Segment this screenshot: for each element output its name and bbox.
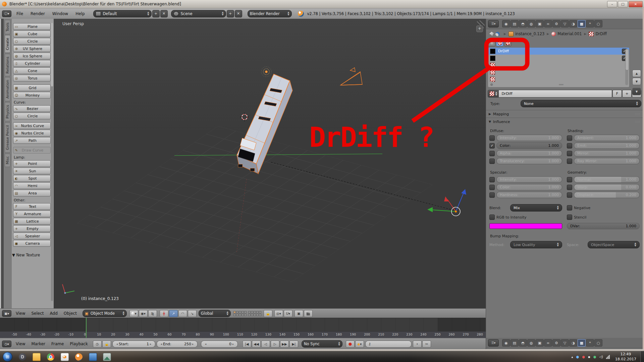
show-desktop-button[interactable] (640, 351, 644, 362)
tab-material[interactable]: ◑ (569, 20, 577, 27)
image-viewer-icon[interactable] (100, 352, 114, 362)
add-camera-button[interactable]: ◼Camera (13, 240, 51, 247)
jump-to-end-button[interactable]: ▶| (289, 341, 298, 348)
delete-scene-button[interactable]: ✕ (235, 10, 242, 17)
layers-widget[interactable] (233, 311, 263, 316)
timeline-playhead[interactable] (86, 318, 87, 338)
add-text-button[interactable]: FText (13, 203, 51, 210)
influence-checkbox[interactable] (489, 159, 495, 164)
other-texture-context[interactable] (504, 40, 512, 46)
add-area-button[interactable]: ▤Area (13, 190, 51, 196)
slot-list-scrollbar[interactable] (625, 49, 628, 85)
frame-end-field[interactable]: ◂End: 250▸ (157, 341, 198, 348)
add-circle-button[interactable]: ○Circle (13, 38, 51, 45)
layer-cell[interactable] (248, 311, 251, 313)
add-cube-button[interactable]: ▣Cube (13, 31, 51, 37)
layer-cell[interactable] (241, 314, 244, 316)
viewport-menu-select[interactable]: Select (28, 311, 47, 316)
influence-slider[interactable]: Emit:1.000 (574, 142, 640, 149)
influence-slider[interactable]: Color:1.000 (496, 184, 562, 190)
timeline-editor-type-icon[interactable]: ◷▾ (2, 341, 11, 347)
texture-slot-row[interactable]: DrDiff✓ (488, 48, 629, 55)
mode-select[interactable]: ▣ Object Mode▲▼ (83, 310, 127, 317)
add-ico-sphere-button[interactable]: ◍Ico Sphere (13, 53, 51, 59)
texture-slot-empty[interactable] (488, 62, 629, 69)
record-icon[interactable]: ● (346, 341, 355, 348)
influence-checkbox[interactable] (489, 177, 495, 182)
add-speaker-button[interactable]: ◁Speaker (13, 233, 51, 239)
world-texture-context[interactable] (488, 40, 495, 46)
breadcrumb-object[interactable]: instance_0.123 (515, 32, 544, 36)
manipulator-rotate-icon[interactable]: ◠ (178, 310, 187, 317)
add-hemi-button[interactable]: ◠Hemi (13, 182, 51, 189)
layer-cell[interactable] (256, 311, 259, 313)
explorer-icon[interactable] (30, 352, 43, 362)
shelf-tab-grease-pencil[interactable]: Grease Pencil (5, 122, 10, 153)
shelf-tab-create[interactable]: Create (5, 35, 10, 53)
influence-checkbox[interactable] (567, 135, 572, 141)
tab-particles[interactable]: * (586, 339, 594, 347)
viewport-shading-select[interactable]: ▾ (129, 310, 138, 317)
tool-shelf-scrollbar[interactable] (51, 23, 53, 301)
keying-set-select[interactable]: ◆▾ (355, 341, 364, 348)
screen-layout-select[interactable]: Default▲▼ (93, 10, 152, 17)
shelf-tab-relations[interactable]: Relations (5, 54, 10, 76)
lamp-object[interactable] (261, 67, 271, 77)
maximize-button[interactable]: □ (618, 1, 628, 7)
tab-render[interactable]: ◉ (502, 339, 510, 347)
move-slot-down-button[interactable]: ▼ (632, 78, 641, 85)
properties-editor-type-icon-bottom[interactable]: ☰▾ (488, 339, 499, 347)
3d-viewport[interactable]: User Persp (0) instance_0.123 + (54, 19, 486, 308)
play-reverse-button[interactable]: ◁ (261, 341, 270, 348)
influence-checkbox[interactable] (489, 135, 495, 141)
tab-object[interactable]: ▣ (536, 339, 544, 347)
slot-specials-menu[interactable]: ▼ (632, 88, 641, 95)
delete-layout-button[interactable]: ✕ (160, 10, 168, 17)
tab-texture[interactable]: ▦ (578, 20, 586, 27)
blend-select[interactable]: Mix▲▼ (510, 204, 562, 212)
texture-browse-chip[interactable]: ▲▼ (488, 90, 499, 98)
influence-slider[interactable]: Mirror:1.000 (574, 150, 640, 157)
layer-cell[interactable] (251, 311, 253, 313)
viewport-editor-type-icon[interactable]: ▣▾ (2, 310, 11, 317)
add-path-button[interactable]: ↗Path (13, 137, 51, 144)
new-texture-panel-header[interactable]: ▼ New Texture (12, 253, 52, 257)
tray-app-1-icon[interactable]: ● (576, 355, 579, 359)
chrome-icon[interactable] (44, 352, 57, 362)
add-lattice-button[interactable]: ▩Lattice (13, 218, 51, 225)
add-torus-button[interactable]: ◎Torus (13, 75, 51, 81)
tab-modifiers[interactable]: ⚙ (552, 20, 560, 27)
tab-constraints[interactable]: ∞ (544, 339, 552, 347)
start-button[interactable]: ⊞ (3, 352, 12, 362)
add-layout-button[interactable]: + (152, 10, 160, 17)
layer-cell[interactable] (236, 311, 238, 313)
blend-file-icon[interactable] (58, 352, 71, 362)
opengl-render-icon[interactable]: ▣ (294, 310, 303, 317)
fake-user-button[interactable]: F (612, 90, 622, 98)
opengl-render-anim-icon[interactable]: 🎬 (304, 310, 313, 317)
tab-physics[interactable]: ○ (594, 20, 602, 27)
jump-next-keyframe-button[interactable]: ▶▶ (280, 341, 289, 348)
jump-prev-keyframe-button[interactable]: ◀◀ (252, 341, 261, 348)
tab-render-layers[interactable]: ▤ (511, 20, 519, 27)
move-slot-up-button[interactable]: ▲ (632, 70, 641, 77)
texture-slot-list[interactable]: DrDiff✓✓ ⊕ ══ (488, 47, 630, 87)
influence-checkbox[interactable] (567, 192, 572, 198)
tab-object[interactable]: ▣ (536, 20, 544, 27)
menu-file[interactable]: File (13, 8, 27, 19)
layer-cell[interactable] (254, 311, 256, 313)
timeline-menu-marker[interactable]: Marker (28, 342, 48, 346)
add-nurbs-circle-button[interactable]: ◉Nurbs Circle (13, 130, 51, 136)
use-preview-range-icon[interactable]: ◷ (93, 341, 102, 348)
scene-select[interactable]: Scene▲▼ (171, 10, 226, 17)
list-resize-grip[interactable]: ══ (559, 82, 563, 87)
add-cone-button[interactable]: △Cone (13, 67, 51, 74)
viewport-menu-object[interactable]: Object (61, 311, 80, 316)
camera-object[interactable] (340, 68, 362, 85)
properties-editor-type-icon[interactable]: ☰▾ (488, 20, 499, 27)
add-bezier-button[interactable]: ∿Bezier (13, 105, 51, 112)
menu-window[interactable]: Window (49, 8, 72, 19)
shelf-tab-misc[interactable]: Misc (5, 154, 10, 167)
tab-scene[interactable]: ◓ (519, 339, 527, 347)
layer-cell[interactable] (259, 311, 261, 313)
